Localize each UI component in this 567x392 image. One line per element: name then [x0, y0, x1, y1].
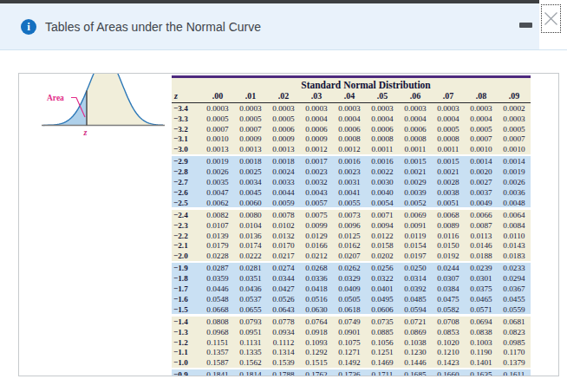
table-cell: 0.0951 [234, 327, 267, 337]
header-divider [0, 49, 567, 50]
table-cell: 0.0322 [366, 273, 399, 284]
table-cell: 0.1515 [300, 357, 333, 368]
table-cell: 0.0694 [465, 317, 498, 327]
col-header: .03 [300, 91, 333, 101]
table-cell: 0.0052 [399, 198, 432, 208]
table-cell: 0.1131 [234, 337, 267, 348]
table-cell: 0.0721 [399, 317, 432, 327]
table-cell: 0.1230 [399, 347, 432, 357]
table-cell: 0.0014 [498, 156, 531, 167]
z-value: −2.4 [172, 210, 201, 220]
z-value: −2.0 [172, 251, 201, 261]
table-row: −2.70.00350.00340.00330.00320.00310.0030… [172, 177, 531, 187]
table-cell: 0.0003 [432, 103, 465, 114]
table-cell: 0.0104 [234, 220, 267, 231]
col-header: .02 [267, 91, 300, 101]
table-cell: 0.0207 [333, 251, 366, 261]
table-cell: 0.0045 [234, 187, 267, 198]
table-cell: 0.0078 [267, 210, 300, 220]
table-cell: 0.0409 [333, 284, 366, 294]
table-cell: 0.0091 [399, 220, 432, 231]
table-cell: 0.0049 [465, 198, 498, 208]
table-block: −3.40.00030.00030.00030.00030.00030.0003… [172, 103, 531, 154]
table-cell: 0.0294 [498, 273, 531, 284]
table-cell: 0.0838 [465, 327, 498, 337]
table-cell: 0.0018 [234, 156, 267, 167]
table-cell: 0.0014 [465, 156, 498, 167]
close-button[interactable] [541, 4, 561, 33]
table-cell: 0.0526 [267, 294, 300, 304]
z-value: −2.3 [172, 220, 201, 231]
table-cell: 0.0003 [399, 103, 432, 114]
col-header-z: z [172, 91, 201, 101]
table-cell: 0.0019 [201, 156, 234, 167]
minimize-button[interactable] [519, 23, 532, 28]
col-header: .01 [234, 91, 267, 101]
table-cell: 0.0823 [498, 327, 531, 337]
table-cell: 0.0793 [234, 317, 267, 327]
table-cell: 0.0548 [201, 294, 234, 304]
table-cell: 0.0968 [201, 327, 234, 337]
z-value: −2.5 [172, 198, 201, 208]
table-cell: 0.0011 [399, 144, 432, 154]
table-cell: 0.0025 [234, 167, 267, 177]
table-row: −1.90.02870.02810.02740.02680.02620.0256… [172, 263, 531, 273]
table-cell: 0.0401 [366, 284, 399, 294]
table-row: −1.60.05480.05370.05260.05160.05050.0495… [172, 294, 531, 304]
dialog-title: Tables of Areas under the Normal Curve [45, 20, 261, 34]
info-icon: i [21, 19, 36, 35]
col-header: .05 [366, 91, 399, 101]
table-cell: 0.0003 [300, 103, 333, 114]
table-row: −3.10.00100.00090.00090.00090.00080.0008… [172, 134, 531, 144]
z-value: −3.2 [172, 124, 201, 134]
table-cell: 0.0062 [201, 198, 234, 208]
table-cell: 0.0307 [432, 273, 465, 284]
table-cell: 0.1711 [366, 369, 399, 376]
table-cell: 0.0314 [399, 273, 432, 284]
table-cell: 0.0102 [267, 220, 300, 231]
table-cell: 0.0029 [399, 177, 432, 187]
table-cell: 0.0129 [300, 231, 333, 241]
table-cell: 0.0170 [267, 240, 300, 251]
table-cell: 0.1446 [399, 357, 432, 368]
table-cell: 0.0017 [300, 156, 333, 167]
table-row: −2.10.01790.01740.01700.01660.01620.0158… [172, 240, 531, 251]
table-cell: 0.1492 [333, 357, 366, 368]
table-cell: 0.0455 [498, 294, 531, 304]
table-cell: 0.0096 [333, 220, 366, 231]
table-cell: 0.0073 [333, 210, 366, 220]
col-header: .08 [465, 91, 498, 101]
table-cell: 0.0202 [366, 251, 399, 261]
table-cell: 0.0681 [498, 317, 531, 327]
table-cell: 0.0003 [234, 103, 267, 114]
table-cell: 0.0021 [432, 167, 465, 177]
z-value: −2.7 [172, 177, 201, 187]
table-cell: 0.0048 [498, 198, 531, 208]
table-cell: 0.0089 [432, 220, 465, 231]
table-row: −1.80.03590.03510.03440.03360.03290.0322… [172, 273, 531, 284]
table-cell: 0.0594 [399, 304, 432, 315]
table-cell: 0.0099 [300, 220, 333, 231]
z-value: −1.7 [172, 284, 201, 294]
table-cell: 0.0033 [267, 177, 300, 187]
z-value: −2.1 [172, 240, 201, 251]
z-value: −1.9 [172, 263, 201, 273]
table-cell: 0.1210 [432, 347, 465, 357]
table-row: −2.90.00190.00180.00180.00170.00160.0016… [172, 156, 531, 167]
table-cell: 0.0069 [399, 210, 432, 220]
table-cell: 0.1788 [267, 369, 300, 376]
table-cell: 0.0094 [366, 220, 399, 231]
table-cell: 0.0002 [498, 103, 531, 114]
table-cell: 0.0006 [366, 124, 399, 134]
table-cell: 0.0039 [399, 187, 432, 198]
z-value: −2.6 [172, 187, 201, 198]
table-cell: 0.0778 [267, 317, 300, 327]
table-panel: Areaz Standard Normal Distribution z.00.… [18, 73, 559, 376]
table-cell: 0.0016 [333, 156, 366, 167]
table-cell: 0.0010 [498, 144, 531, 154]
table-cell: 0.0082 [201, 210, 234, 220]
table-cell: 0.0007 [498, 134, 531, 144]
table-cell: 0.0336 [300, 273, 333, 284]
col-header: .06 [399, 91, 432, 101]
table-cell: 0.1093 [300, 337, 333, 348]
